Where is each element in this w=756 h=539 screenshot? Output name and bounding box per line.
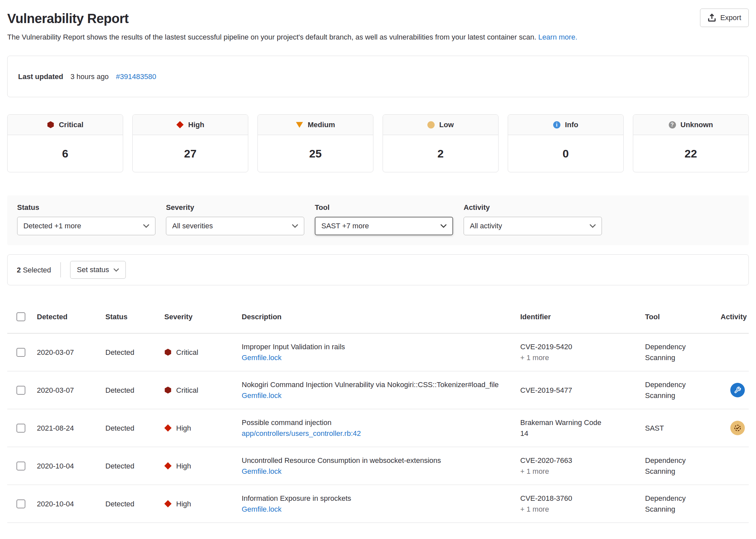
column-header-activity: Activity: [716, 311, 749, 322]
row-detected: 2021-08-24: [37, 423, 105, 433]
page-header: Vulnerability Report Export: [7, 9, 749, 28]
column-header-detected: Detected: [37, 311, 105, 322]
severity-card-count: 27: [133, 135, 248, 172]
export-button-label: Export: [720, 14, 741, 22]
severity-card-label: High: [188, 119, 204, 130]
row-detected: 2020-03-07: [37, 385, 105, 396]
severity-info-icon: [553, 121, 560, 128]
vulnerability-title: Information Exposure in sprockets: [242, 493, 511, 504]
vulnerability-title: Nokogiri Command Injection Vulnerability…: [242, 379, 511, 390]
severity-card-medium: Medium 25: [257, 114, 374, 172]
last-updated-time: 3 hours ago: [70, 71, 109, 82]
identifier-more: + 1 more: [520, 466, 609, 477]
chevron-down-icon: [143, 224, 149, 228]
column-header-description: Description: [242, 311, 520, 322]
table-row[interactable]: 2021-08-24 Detected High Possible comman…: [7, 409, 749, 447]
row-tool: Dependency Scanning: [645, 455, 716, 477]
row-identifier: CVE-2018-3760 + 1 more: [520, 493, 645, 515]
vulnerability-report-page: Vulnerability Report Export The Vulnerab…: [0, 0, 756, 523]
learn-more-link[interactable]: Learn more.: [538, 33, 578, 41]
tool-filter-dropdown[interactable]: SAST +7 more: [315, 217, 453, 235]
row-status: Detected: [105, 423, 164, 433]
status-filter-dropdown[interactable]: Detected +1 more: [17, 217, 156, 235]
row-checkbox[interactable]: [17, 500, 25, 508]
row-status: Detected: [105, 499, 164, 509]
chevron-down-icon: [590, 224, 596, 228]
row-detected: 2020-10-04: [37, 499, 105, 509]
severity-high-icon: [176, 121, 184, 128]
filter-tool-label: Tool: [315, 202, 453, 213]
row-checkbox[interactable]: [17, 424, 25, 432]
severity-critical-icon: [47, 121, 54, 128]
filter-activity-label: Activity: [464, 202, 602, 213]
table-row[interactable]: 2020-03-07 Detected Critical Improper In…: [7, 334, 749, 371]
column-header-status: Status: [105, 311, 164, 322]
table-header-row: Detected Status Severity Description Ide…: [7, 300, 749, 334]
row-tool: Dependency Scanning: [645, 341, 716, 363]
severity-critical-icon: [164, 386, 172, 394]
export-icon: [708, 14, 716, 22]
table-row[interactable]: 2020-03-07 Detected Critical Nokogiri Co…: [7, 371, 749, 409]
vulnerability-location-link[interactable]: Gemfile.lock: [242, 505, 282, 513]
severity-filter-dropdown[interactable]: All severities: [166, 217, 304, 235]
vulnerabilities-table: Detected Status Severity Description Ide…: [7, 300, 749, 523]
vulnerability-location-link[interactable]: Gemfile.lock: [242, 467, 282, 475]
row-checkbox[interactable]: [17, 348, 25, 357]
selected-count: 2 Selected: [17, 265, 51, 275]
row-identifier: CVE-2019-5477: [520, 385, 645, 396]
severity-high-icon: [164, 462, 172, 470]
row-checkbox[interactable]: [17, 386, 25, 395]
severity-card-low: Low 2: [382, 114, 499, 172]
severity-card-count: 6: [8, 135, 123, 172]
severity-card-critical: Critical 6: [7, 114, 123, 172]
remediation-wrench-icon: [730, 383, 745, 397]
row-identifier: Brakeman Warning Code 14: [520, 417, 645, 439]
identifier-more: + 1 more: [520, 352, 609, 363]
row-status: Detected: [105, 461, 164, 472]
column-header-identifier: Identifier: [520, 311, 645, 322]
column-header-severity: Severity: [164, 311, 242, 322]
vulnerability-location-link[interactable]: Gemfile.lock: [242, 391, 282, 400]
row-status: Detected: [105, 385, 164, 396]
activity-filter-dropdown[interactable]: All activity: [464, 217, 602, 235]
vulnerability-location-link[interactable]: Gemfile.lock: [242, 353, 282, 362]
severity-high-icon: [164, 424, 172, 431]
severity-card-count: 0: [508, 135, 623, 172]
vulnerability-title: Improper Input Validation in rails: [242, 341, 511, 352]
set-status-button[interactable]: Set status: [70, 261, 126, 279]
row-identifier: CVE-2019-5420 + 1 more: [520, 341, 645, 363]
row-tool: Dependency Scanning: [645, 493, 716, 515]
table-row[interactable]: 2020-10-04 Detected High Information Exp…: [7, 485, 749, 523]
pipeline-link[interactable]: #391483580: [116, 71, 156, 82]
identifier-more: + 1 more: [520, 504, 609, 515]
severity-card-label: Critical: [59, 119, 84, 130]
severity-critical-icon: [164, 348, 172, 356]
column-header-tool: Tool: [645, 311, 716, 322]
export-button[interactable]: Export: [700, 9, 749, 27]
page-description: The Vulnerability Report shows the resul…: [7, 32, 749, 42]
severity-card-count: 22: [633, 135, 748, 172]
row-tool: Dependency Scanning: [645, 379, 716, 401]
page-title: Vulnerability Report: [7, 9, 129, 28]
filter-status: Status Detected +1 more: [17, 202, 156, 235]
severity-card-label: Info: [565, 119, 578, 130]
severity-card-label: Unknown: [681, 119, 713, 130]
filter-activity: Activity All activity: [464, 202, 602, 235]
table-row[interactable]: 2020-10-04 Detected High Uncontrolled Re…: [7, 447, 749, 485]
dismissed-check-icon: [730, 421, 745, 435]
row-severity: High: [164, 499, 242, 509]
row-severity: Critical: [164, 347, 242, 358]
vulnerability-location-link[interactable]: app/controllers/users_controller.rb:42: [242, 429, 361, 437]
severity-card-label: Low: [439, 119, 454, 130]
select-all-checkbox[interactable]: [17, 312, 25, 321]
row-checkbox[interactable]: [17, 462, 25, 471]
row-identifier: CVE-2020-7663 + 1 more: [520, 455, 645, 477]
severity-summary: Critical 6 High 27 Medium 25 Low 2: [7, 114, 749, 172]
severity-card-label: Medium: [308, 119, 335, 130]
filter-status-label: Status: [17, 202, 156, 213]
row-detected: 2020-10-04: [37, 461, 105, 472]
divider: [60, 262, 61, 277]
row-detected: 2020-03-07: [37, 347, 105, 358]
chevron-down-icon: [292, 224, 298, 228]
filter-tool: Tool SAST +7 more: [315, 202, 453, 235]
